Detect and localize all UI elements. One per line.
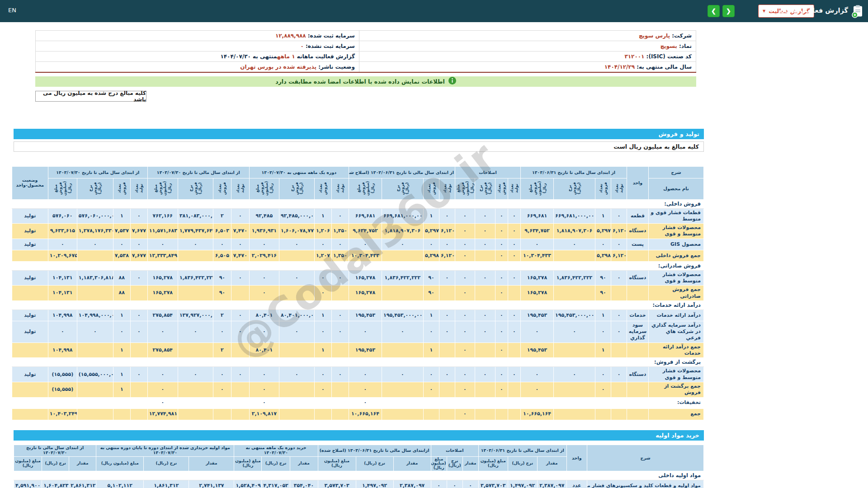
cell: ۰ bbox=[349, 382, 382, 397]
cell: ۲,۰۲۹,۴۱۶ bbox=[249, 250, 279, 261]
cell: ۰ bbox=[455, 224, 475, 239]
cell: ۰ bbox=[595, 321, 611, 343]
cell: (۱۵,۵۵۵) bbox=[48, 367, 77, 382]
cell: ۰ bbox=[279, 239, 314, 250]
cell: ۱,۸۳۶,۴۲۲,۲۲۲ bbox=[178, 270, 213, 286]
cell bbox=[77, 286, 113, 301]
cell: ۱۹۵,۴۵۳ bbox=[520, 343, 553, 358]
cell bbox=[130, 382, 147, 397]
cell: تولید bbox=[12, 310, 48, 321]
cell: ۱۰,۶۶۵,۱۶۴ bbox=[349, 408, 382, 420]
table-row: جمع فروش صادراتی ۹۰ ۱۶۵,۲۷۸ ۰ ۰ ۹۰ ۱۶۵,۲… bbox=[12, 286, 703, 301]
column-header: مواد اولیه خریداری شده از ابتدای دوره تا… bbox=[96, 445, 234, 456]
signature-match-banner: اطلاعات نمایش داده شده با اطلاعات امضا ش… bbox=[35, 76, 696, 87]
cell bbox=[113, 397, 130, 408]
cell bbox=[495, 408, 508, 420]
language-toggle[interactable]: EN bbox=[8, 7, 16, 14]
column-subheader: نرخ فروش (ریال) bbox=[77, 178, 113, 199]
company-info-table: شرکت: پارس سویچسرمایه ثبت شده: ۱۲,۸۸۹,۹۸… bbox=[35, 30, 696, 73]
cell: محصولات فشار متوسط و قوی bbox=[649, 270, 704, 286]
cell: ۰ bbox=[382, 367, 423, 382]
cell: ۳,۵۷۳,۷۰۳ bbox=[318, 480, 356, 488]
cell bbox=[77, 382, 113, 397]
cell bbox=[77, 250, 113, 261]
cell: ۰ bbox=[475, 208, 495, 224]
raw-materials-table: شرحواحداز ابتدای سال مالی تا تاریخ ۱۴۰۴/… bbox=[14, 445, 704, 488]
cell: ۰ bbox=[314, 321, 331, 343]
cell bbox=[231, 343, 249, 358]
column-header: واحد bbox=[627, 166, 649, 199]
report-document-icon bbox=[851, 5, 864, 18]
info-cell: وضعیت ناشر: پذیرفته شده در بورس تهران bbox=[36, 62, 359, 72]
cell: ۰ bbox=[231, 367, 249, 382]
cell: ۶,۱۲۰ bbox=[439, 224, 455, 239]
cell: ۰ bbox=[508, 250, 520, 261]
cell bbox=[595, 397, 611, 408]
cell: ۵,۲۹۸ bbox=[595, 250, 611, 261]
table-row: جمع فروش داخلی ۶,۱۲۰۵,۲۹۸ ۱۰,۳۰۴,۴۳۳۰۰ ۰… bbox=[12, 250, 703, 261]
cell: ۱۹۵,۴۵۳,۰۰۰,۰۰۰ bbox=[382, 310, 423, 321]
cell bbox=[48, 397, 77, 408]
cell bbox=[439, 408, 455, 420]
column-header: واحد bbox=[566, 445, 587, 471]
cell: ۱۰,۳۰۴,۴۳۳ bbox=[520, 250, 553, 261]
cell: ۰ bbox=[349, 239, 382, 250]
cell: ۹۲,۴۸۵ bbox=[249, 208, 279, 224]
column-header: اصلاحات bbox=[431, 445, 478, 456]
cell bbox=[77, 397, 113, 408]
table-row: محصولات فشار متوسط و قویدستگاه۶,۱۲۰۵,۲۹۷… bbox=[12, 224, 703, 239]
cell bbox=[475, 250, 495, 261]
cell: ۰ bbox=[439, 270, 455, 286]
cell bbox=[178, 286, 213, 301]
cell bbox=[178, 250, 213, 261]
cell: ۰ bbox=[423, 367, 439, 382]
cell bbox=[130, 343, 147, 358]
cell: ۰ bbox=[331, 239, 349, 250]
cell: ۰ bbox=[249, 367, 279, 382]
cell: دستگاه bbox=[627, 367, 649, 382]
next-report-button[interactable]: ❯ bbox=[722, 5, 735, 17]
cell bbox=[314, 408, 331, 420]
cell: ۰ bbox=[475, 224, 495, 239]
cell bbox=[279, 250, 314, 261]
cell: ۶,۱۲۰ bbox=[611, 224, 627, 239]
cell bbox=[554, 250, 595, 261]
column-subheader: تعداد تولید bbox=[439, 178, 455, 199]
cell: ۹,۶۳۴,۷۵۲ bbox=[520, 224, 553, 239]
cell: ۰ bbox=[611, 208, 627, 224]
cell: ۰ bbox=[249, 270, 279, 286]
cell: تولید bbox=[12, 239, 48, 250]
cell: ۲۷۵,۸۵۴ bbox=[147, 310, 178, 321]
cell: ۰ bbox=[475, 321, 495, 343]
cell: ۰ bbox=[147, 382, 178, 397]
column-subheader: نرخ فروش (ریال) bbox=[475, 178, 495, 199]
cell: عدد bbox=[566, 480, 587, 488]
info-cell: سرمایه ثبت نشده: ۰ bbox=[36, 41, 359, 52]
cell: ۱۳۷,۹۲۷,۰۰۰,۰۰۰ bbox=[178, 310, 213, 321]
prev-report-button[interactable]: ❮ bbox=[708, 5, 720, 17]
cell: ۱۲,۳۳۳,۸۴۹ bbox=[147, 250, 178, 261]
report-content: شرکت: پارس سویچسرمایه ثبت شده: ۱۲,۸۸۹,۹۸… bbox=[14, 22, 704, 488]
cell: ۰ bbox=[231, 239, 249, 250]
cell: ۰ bbox=[439, 310, 455, 321]
production-sales-table: شرحواحداز ابتدای سال مالی تا تاریخ ۱۴۰۴/… bbox=[12, 166, 704, 420]
cell bbox=[475, 397, 495, 408]
column-subheader: تعداد فروش bbox=[314, 178, 331, 199]
cell: ۰ bbox=[520, 239, 553, 250]
cell: ۱,۸۳۶,۴۲۲,۲۲۲ bbox=[382, 270, 423, 286]
cell: درآمد ارائه خدمات: bbox=[12, 300, 703, 310]
table-row: جمع درآمد ارائه خدمات ۱ ۱۹۵,۴۵۳ ۰ ۰ ۱ ۱۹… bbox=[12, 343, 703, 358]
cell: مواد اولیه داخلی bbox=[14, 471, 704, 480]
cell: ۲,۸۶۱,۳۱۲ bbox=[69, 480, 96, 488]
cell: ۱ bbox=[595, 310, 611, 321]
cell bbox=[508, 343, 520, 358]
cell: ۰ bbox=[495, 270, 508, 286]
cell: ۱,۴۹۷,۰۹۲ bbox=[356, 480, 393, 488]
table-row: مواد اولیه و قطعات کلید و سکسیونرهای فشا… bbox=[14, 480, 704, 488]
cell: ۰ bbox=[331, 310, 349, 321]
cell bbox=[627, 286, 649, 301]
cell: ۱,۲۰۷ bbox=[314, 250, 331, 261]
cell bbox=[130, 408, 147, 420]
cell bbox=[382, 408, 423, 420]
column-subheader: مبلغ (میلیون ریال) bbox=[14, 456, 42, 471]
